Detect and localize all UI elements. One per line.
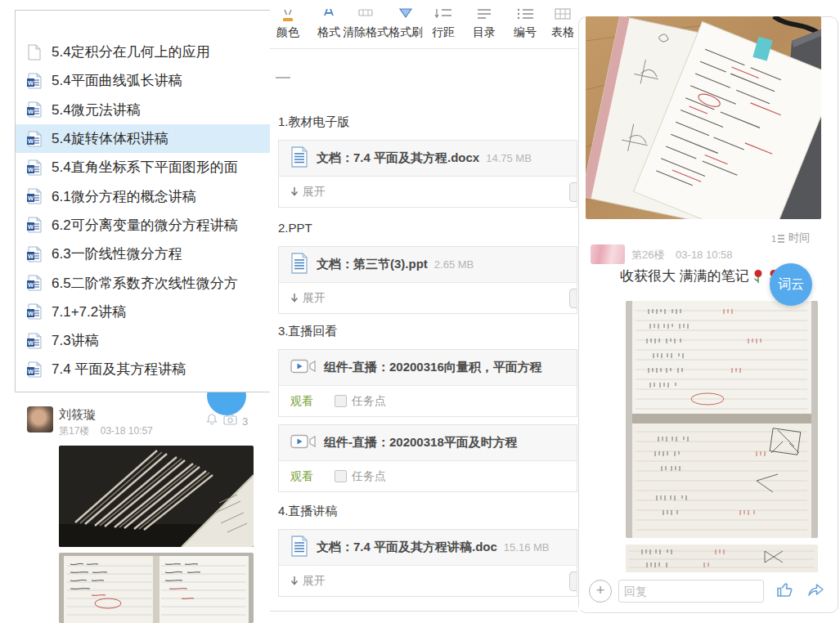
- download-arrow-icon: [290, 293, 299, 303]
- camera-icon[interactable]: [223, 414, 237, 428]
- bottom-border: [270, 611, 577, 612]
- notebook-photo-1[interactable]: [59, 446, 254, 547]
- toolbar-item-format[interactable]: 格式: [317, 8, 340, 40]
- toolbar-item-color[interactable]: 颜色: [276, 8, 299, 40]
- file-label: 6.2可分离变量的微分方程讲稿: [52, 216, 238, 235]
- live-card-header[interactable]: 组件-直播：20200318平面及时方程: [279, 425, 577, 461]
- task-point[interactable]: 任务点: [335, 469, 386, 484]
- sort-by-time[interactable]: 1 时间: [771, 231, 810, 245]
- file-item[interactable]: W 6.1微分方程的概念讲稿: [16, 182, 270, 210]
- file-item-selected[interactable]: W 5.4旋转体体积讲稿: [16, 124, 270, 153]
- clipped-edge-icon[interactable]: [569, 571, 577, 591]
- file-label: 7.4 平面及其方程讲稿: [52, 360, 186, 379]
- file-item[interactable]: W 6.5二阶常系数齐次线性微分方: [16, 268, 270, 297]
- toc-icon: [474, 8, 494, 25]
- like-icon[interactable]: [775, 580, 795, 603]
- doc-card-header[interactable]: 文档：7.4 平面及其方程讲稿.doc 15.16 MB: [279, 530, 577, 566]
- editor-column: 颜色 格式 清除格式 格式刷 行距 目录 编号 表格: [270, 0, 577, 623]
- doc-card-header[interactable]: 文档：7.4 平面及其方程.docx 14.75 MB: [279, 141, 577, 177]
- file-item[interactable]: W 7.1+7.2讲稿: [16, 298, 270, 326]
- section-heading: 4.直播讲稿: [278, 504, 338, 519]
- notebook-photo-2[interactable]: [59, 553, 254, 623]
- add-attachment-button[interactable]: +: [589, 580, 612, 603]
- document-icon: [290, 536, 308, 560]
- svg-text:1: 1: [771, 234, 776, 244]
- bell-icon[interactable]: [205, 413, 218, 429]
- toolbar-item-line-spacing[interactable]: 行距: [432, 8, 455, 40]
- file-label: 5.4平面曲线弧长讲稿: [52, 71, 182, 90]
- live-title: 组件-直播：20200316向量积，平面方程: [324, 360, 542, 375]
- share-icon[interactable]: [806, 580, 826, 603]
- file-item[interactable]: W 5.4直角坐标系下平面图形的面: [16, 153, 270, 182]
- toolbar-item-clear-format[interactable]: 清除格式: [343, 8, 389, 40]
- doc-title: 文档：7.4 平面及其方程.docx: [317, 150, 479, 166]
- file-label: 6.1微分方程的概念讲稿: [52, 187, 196, 206]
- toolbar-item-table[interactable]: 表格: [551, 8, 574, 40]
- live-card: 组件-直播：20200316向量积，平面方程 观看 任务点: [278, 349, 577, 417]
- sort-icon: 1: [771, 233, 784, 244]
- file-item[interactable]: 5.4定积分在几何上的应用: [16, 38, 270, 66]
- notebook-photo-top[interactable]: [586, 16, 821, 219]
- expand-button[interactable]: 展开: [290, 291, 326, 306]
- comment-text-row: 收获很大 满满的笔记: [620, 267, 780, 285]
- svg-text:W: W: [28, 137, 34, 144]
- file-label: 5.4定积分在几何上的应用: [52, 43, 210, 61]
- toolbar-item-numbering[interactable]: 编号: [514, 8, 537, 40]
- sort-label: 时间: [788, 231, 810, 245]
- document-icon: [290, 253, 308, 277]
- word-doc-icon: W: [27, 101, 43, 118]
- file-size: 2.65 MB: [434, 258, 474, 271]
- word-doc-icon: W: [27, 73, 43, 89]
- table-icon: [553, 8, 573, 25]
- word-doc-icon: W: [27, 217, 43, 233]
- expand-button[interactable]: 展开: [290, 574, 326, 589]
- svg-text:W: W: [28, 310, 34, 317]
- expand-button[interactable]: 展开: [290, 185, 326, 199]
- clipped-edge-icon[interactable]: [569, 182, 577, 202]
- live-card: 组件-直播：20200318平面及时方程 观看 任务点: [278, 424, 577, 492]
- doc-title: 文档：第三节(3).ppt: [317, 257, 428, 272]
- floor-label: 第26楼: [631, 249, 664, 261]
- file-item[interactable]: W 5.4微元法讲稿: [16, 96, 270, 124]
- file-item[interactable]: W 7.4 平面及其方程讲稿: [16, 355, 270, 383]
- word-doc-icon: W: [27, 361, 43, 378]
- notebook-photo-mid[interactable]: [626, 301, 818, 538]
- file-item[interactable]: W 5.4平面曲线弧长讲稿: [16, 66, 270, 95]
- file-label: 7.3讲稿: [52, 331, 99, 350]
- file-size: 14.75 MB: [486, 152, 532, 164]
- plain-doc-icon: [27, 44, 43, 61]
- file-item[interactable]: W 6.2可分离变量的微分方程讲稿: [16, 211, 270, 240]
- task-label: 任务点: [352, 469, 386, 484]
- watch-link[interactable]: 观看: [290, 469, 313, 484]
- rose-emoji-icon: [752, 269, 765, 284]
- task-checkbox[interactable]: [335, 470, 347, 482]
- reply-input[interactable]: [618, 580, 764, 603]
- word-doc-icon: W: [27, 246, 43, 262]
- collapsed-line: [276, 77, 290, 78]
- section-heading: 1.教材电子版: [278, 114, 350, 130]
- file-label: 7.1+7.2讲稿: [52, 303, 126, 321]
- wordcloud-fab[interactable]: 词云: [770, 263, 812, 306]
- watch-link[interactable]: 观看: [290, 394, 313, 409]
- doc-card-header[interactable]: 文档：第三节(3).ppt 2.65 MB: [279, 247, 577, 283]
- clipped-edge-icon[interactable]: [569, 289, 577, 308]
- live-card-header[interactable]: 组件-直播：20200316向量积，平面方程: [279, 350, 577, 386]
- toolbar-item-format-painter[interactable]: 格式刷: [389, 8, 423, 40]
- svg-text:W: W: [28, 108, 34, 115]
- task-point[interactable]: 任务点: [335, 394, 386, 409]
- toolbar-item-toc[interactable]: 目录: [473, 8, 496, 40]
- photo-count: 3: [242, 415, 248, 428]
- file-item[interactable]: W 7.3讲稿: [16, 326, 270, 355]
- avatar[interactable]: [591, 244, 625, 264]
- avatar[interactable]: [27, 406, 53, 433]
- timestamp: 03-18 10:58: [676, 249, 732, 261]
- svg-text:W: W: [28, 252, 34, 259]
- word-doc-icon: W: [27, 188, 43, 204]
- floor-label: 第17楼: [59, 425, 89, 437]
- file-item[interactable]: W 6.3一阶线性微分方程: [16, 240, 270, 268]
- word-doc-icon: W: [27, 303, 43, 320]
- doc-title: 文档：7.4 平面及其方程讲稿.doc: [317, 540, 497, 555]
- task-checkbox[interactable]: [335, 395, 347, 407]
- numbering-icon: [515, 8, 535, 25]
- left-column: 5.4定积分在几何上的应用 W 5.4平面曲线弧长讲稿 W 5.4微元法讲稿: [0, 0, 270, 623]
